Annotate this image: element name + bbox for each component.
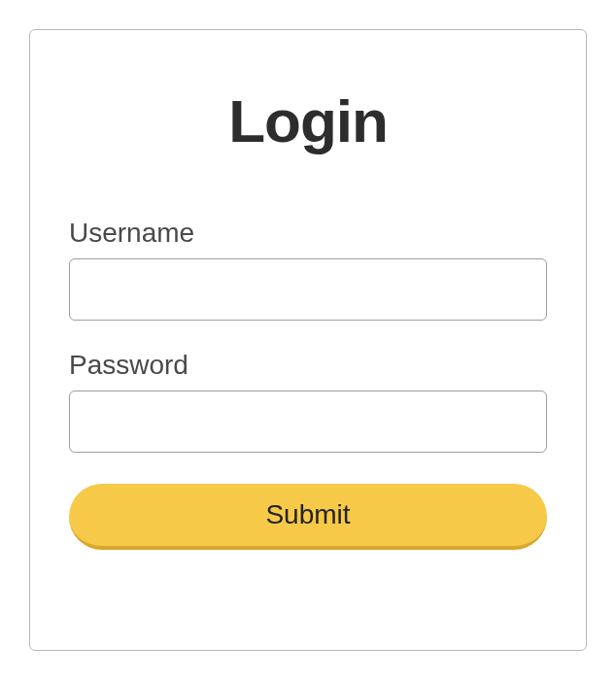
password-label: Password [69, 350, 547, 381]
username-label: Username [69, 218, 547, 249]
username-input[interactable] [69, 258, 547, 321]
page-title: Login [69, 86, 547, 155]
username-field-group: Username [69, 218, 547, 321]
submit-button[interactable]: Submit [69, 484, 547, 550]
login-card: Login Username Password Submit [29, 29, 587, 651]
password-input[interactable] [69, 391, 547, 453]
password-field-group: Password [69, 350, 547, 453]
